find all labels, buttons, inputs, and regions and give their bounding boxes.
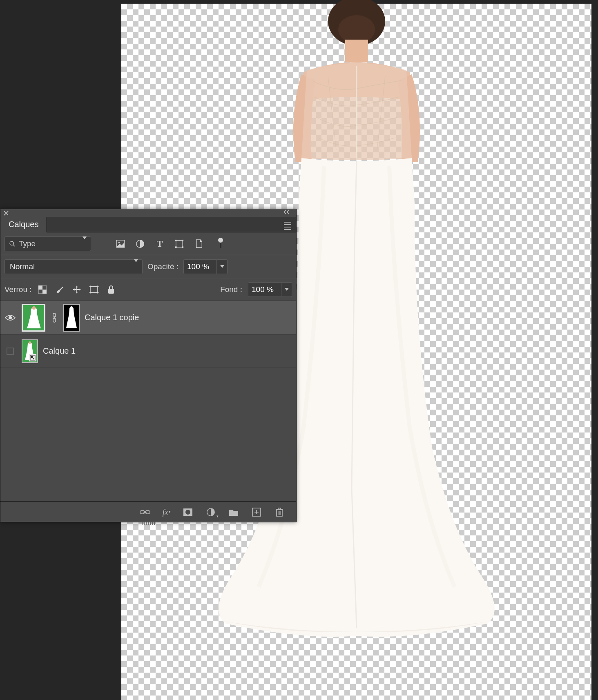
add-mask-icon[interactable] <box>183 507 193 517</box>
layer-thumbnail[interactable] <box>22 304 45 332</box>
filter-pixel-icon[interactable] <box>116 239 125 249</box>
collapse-icon[interactable] <box>284 209 293 215</box>
fill-label: Fond : <box>220 285 242 294</box>
lock-position-icon[interactable] <box>72 285 82 294</box>
svg-point-33 <box>29 341 31 344</box>
lock-label: Verrou : <box>4 285 32 294</box>
svg-rect-16 <box>42 290 47 294</box>
smart-object-badge-icon <box>29 354 36 361</box>
chevron-down-icon <box>83 239 87 248</box>
link-layers-icon[interactable] <box>140 507 150 517</box>
visibility-toggle[interactable] <box>4 314 17 321</box>
svg-rect-15 <box>38 285 42 290</box>
svg-point-23 <box>9 316 12 319</box>
fx-icon[interactable]: fx▾ <box>163 507 170 517</box>
resize-grip[interactable] <box>142 522 155 525</box>
group-icon[interactable] <box>228 507 239 517</box>
svg-rect-11 <box>182 239 183 241</box>
opacity-stepper[interactable] <box>217 259 228 274</box>
layer-row[interactable]: Calque 1 copie <box>0 301 296 334</box>
trash-icon[interactable] <box>274 507 285 517</box>
fill-input[interactable]: 100 % <box>248 282 281 297</box>
blend-row: Normal Opacité : 100 % <box>0 255 296 278</box>
opacity-value: 100 % <box>187 262 209 271</box>
search-icon <box>9 241 16 247</box>
svg-rect-35 <box>31 356 33 358</box>
mask-thumbnail[interactable] <box>63 304 80 332</box>
filter-shape-icon[interactable] <box>174 239 184 249</box>
svg-rect-36 <box>33 358 34 359</box>
link-icon[interactable] <box>50 313 58 323</box>
filter-type-label: Type <box>19 239 36 248</box>
filter-toggle[interactable] <box>216 238 225 250</box>
opacity-input[interactable]: 100 % <box>183 259 217 274</box>
svg-rect-31 <box>7 348 13 354</box>
svg-rect-22 <box>108 289 114 294</box>
filter-text-icon[interactable]: T <box>155 239 165 249</box>
lock-brush-icon[interactable] <box>55 285 65 294</box>
lock-row: Verrou : Fond : 100 % <box>0 278 296 301</box>
eye-icon <box>5 314 16 321</box>
layer-name[interactable]: Calque 1 copie <box>85 313 139 322</box>
filter-type-select[interactable]: Type <box>4 236 91 251</box>
layers-list: Calque 1 copie Calque 1 <box>0 301 296 368</box>
fill-stepper[interactable] <box>281 282 292 297</box>
close-icon[interactable] <box>4 211 9 216</box>
lock-artboard-icon[interactable] <box>89 285 99 294</box>
filter-adjustment-icon[interactable] <box>135 239 145 249</box>
fill-value: 100 % <box>252 285 274 294</box>
layer-row[interactable]: Calque 1 <box>0 334 296 368</box>
panel-menu-icon[interactable] <box>284 222 291 230</box>
panel-tab-row: Calques <box>0 217 296 232</box>
svg-rect-2 <box>345 40 368 62</box>
layer-thumbnail[interactable] <box>22 339 38 363</box>
visibility-toggle[interactable] <box>4 347 17 355</box>
adjustment-layer-icon[interactable]: ▾ <box>205 507 216 517</box>
filter-smartobject-icon[interactable] <box>194 239 204 249</box>
lock-transparency-icon[interactable] <box>38 285 47 294</box>
tab-label: Calques <box>9 220 38 229</box>
svg-rect-13 <box>182 246 183 248</box>
svg-point-25 <box>32 306 36 310</box>
filter-row: Type T <box>0 232 296 255</box>
svg-rect-12 <box>175 246 177 248</box>
chevron-down-icon <box>134 262 138 271</box>
layer-name[interactable]: Calque 1 <box>43 346 76 356</box>
svg-point-41 <box>185 510 190 515</box>
svg-rect-48 <box>278 508 281 509</box>
tab-layers[interactable]: Calques <box>0 217 47 232</box>
svg-rect-10 <box>175 239 177 241</box>
panel-footer: fx▾ ▾ <box>0 502 296 522</box>
svg-point-4 <box>10 241 13 245</box>
svg-point-7 <box>118 242 120 243</box>
opacity-label: Opacité : <box>147 262 179 271</box>
blend-mode-select[interactable]: Normal <box>4 259 143 274</box>
svg-point-1 <box>338 15 375 44</box>
layers-panel: Calques Type T <box>0 209 297 522</box>
panel-top-bar[interactable] <box>0 209 296 217</box>
svg-point-30 <box>70 306 73 309</box>
new-layer-icon[interactable] <box>251 507 262 517</box>
svg-rect-9 <box>176 240 183 247</box>
svg-rect-17 <box>90 286 97 292</box>
visibility-empty-icon <box>6 347 14 355</box>
svg-line-5 <box>13 245 15 246</box>
lock-all-icon[interactable] <box>106 285 116 294</box>
blend-mode-value: Normal <box>10 262 35 271</box>
